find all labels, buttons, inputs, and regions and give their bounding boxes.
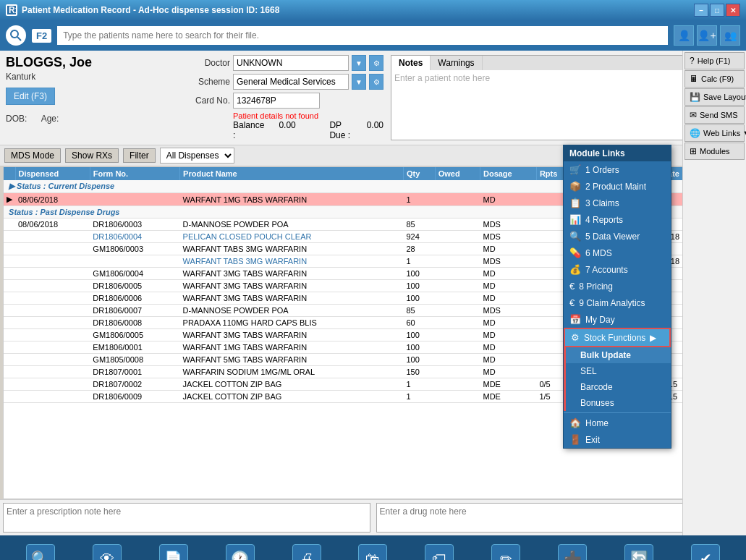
bulk-update-item[interactable]: Bulk Update: [566, 347, 671, 363]
module-claims[interactable]: 📋 3 Claims: [564, 195, 671, 211]
filter-btn[interactable]: Filter: [123, 148, 156, 163]
data-viewer-icon: 🔍: [569, 231, 581, 242]
accounts-label: 7 Accounts: [585, 265, 628, 275]
complete-icon: ✔: [691, 544, 720, 560]
module-exit[interactable]: 🚪 Exit: [564, 431, 671, 448]
label-icon: 🏷: [425, 544, 454, 560]
col-dispensed-cell: [15, 378, 90, 391]
doctor-input[interactable]: [233, 55, 349, 71]
doctor-settings-btn[interactable]: ⚙: [369, 55, 383, 71]
user-add-icon[interactable]: 👤+: [697, 25, 717, 46]
user-icon[interactable]: 👤: [674, 25, 694, 46]
col-productname-cell: WARFANT 3MG TABS WARFARIN: [180, 292, 404, 305]
header-icon-group: 👤 👤+ 👥: [674, 25, 740, 46]
col-owed-cell: [435, 305, 480, 317]
scheme-input[interactable]: [233, 74, 349, 90]
col-owed-cell: [435, 317, 480, 329]
show-rxs-btn[interactable]: Show RXs: [65, 148, 119, 163]
web-links-btn[interactable]: 🌐 Web Links ▼: [684, 124, 745, 142]
doctor-dropdown-btn[interactable]: ▼: [352, 55, 366, 71]
col-arrow-cell: [4, 280, 15, 292]
sel-item[interactable]: SEL: [566, 363, 671, 379]
col-qty: Qty: [404, 167, 436, 180]
new-script-btn[interactable]: ➕ New Script: [551, 544, 594, 560]
tab-notes[interactable]: Notes: [391, 56, 431, 70]
edit-patient-btn[interactable]: Edit (F3): [6, 88, 55, 105]
col-owed-cell: [435, 391, 480, 403]
exit-label: Exit: [585, 435, 600, 445]
label-btn[interactable]: 🏷 Label: [417, 544, 461, 560]
col-qty-cell: 100: [404, 341, 436, 354]
module-my-day[interactable]: 📅 My Day: [564, 311, 671, 328]
sms-icon: ✉: [690, 110, 697, 120]
help-btn[interactable]: ? Help (F1): [684, 52, 745, 69]
scheme-settings-btn[interactable]: ⚙: [369, 74, 383, 90]
col-formno-cell: DR1807/0002: [90, 378, 179, 391]
calc-btn[interactable]: 🖩 Calc (F9): [684, 70, 745, 88]
mds-mode-btn[interactable]: MDS Mode: [4, 148, 61, 163]
maximize-btn[interactable]: □: [710, 4, 724, 17]
web-icon: 🌐: [690, 128, 700, 138]
new-script-icon: ➕: [558, 544, 587, 560]
module-pricing[interactable]: € 8 Pricing: [564, 278, 671, 294]
col-qty-cell: 28: [404, 243, 436, 255]
search-btn[interactable]: 🔍 Search: [19, 544, 62, 560]
module-data-viewer[interactable]: 🔍 5 Data Viewer: [564, 228, 671, 245]
hist-btn[interactable]: 🕐 Hist 30/30: [219, 544, 262, 560]
module-mds[interactable]: 💊 6 MDS: [564, 245, 671, 261]
col-dosage-cell: MD: [480, 292, 536, 305]
view-scan-btn[interactable]: 📄 View Scan: [152, 544, 195, 560]
col-dispensed-cell: [15, 280, 90, 292]
col-dosage-cell: MDS: [480, 305, 536, 317]
minimize-btn[interactable]: –: [694, 4, 708, 17]
col-arrow-cell: [4, 341, 15, 354]
users-icon[interactable]: 👥: [720, 25, 740, 46]
module-stock-functions[interactable]: ⚙ Stock Functions ▶: [564, 328, 671, 347]
send-sms-btn[interactable]: ✉ Send SMS: [684, 106, 745, 124]
bag-btn[interactable]: 🛍 Bag: [351, 544, 394, 560]
bonuses-item[interactable]: Bonuses: [566, 395, 671, 411]
col-dosage-cell: MDS: [480, 255, 536, 268]
module-accounts[interactable]: 💰 7 Accounts: [564, 261, 671, 278]
view-btn[interactable]: 👁 View: [85, 544, 129, 560]
col-arrow-cell: [4, 354, 15, 366]
col-dosage-cell: MD: [480, 366, 536, 378]
module-product-maint[interactable]: 📦 2 Product Maint: [564, 178, 671, 195]
col-dosage-cell: MDE: [480, 378, 536, 391]
col-dispensed-cell: [15, 391, 90, 403]
col-formno-cell: GM1806/0004: [90, 268, 179, 280]
view-scan-icon: 📄: [159, 544, 188, 560]
module-claim-analytics[interactable]: € 9 Claim Analytics: [564, 294, 671, 311]
patient-location: Kanturk: [6, 72, 172, 82]
modules-btn[interactable]: ⊞ Modules: [684, 143, 745, 160]
dispense-filter-select[interactable]: All Dispenses: [160, 148, 234, 164]
notes-bottom: [0, 499, 746, 535]
patient-error: Patient details not found: [233, 111, 383, 120]
col-formno-cell: DR1806/0008: [90, 317, 179, 329]
col-arrow: [4, 167, 15, 180]
receipt-btn[interactable]: 🖨 Receipt: [285, 544, 329, 560]
repeat-btn[interactable]: 🔄 Repeat: [617, 544, 661, 560]
col-productname-cell: JACKEL COTTON ZIP BAG: [180, 378, 404, 391]
f2-badge: F2: [32, 29, 51, 43]
balance-value: 0.00: [279, 120, 295, 140]
col-qty-cell: 1: [404, 378, 436, 391]
col-dosage-cell: MD: [480, 243, 536, 255]
scheme-dropdown-btn[interactable]: ▼: [352, 74, 366, 90]
complete-btn[interactable]: ✔ Complete: [684, 544, 727, 560]
barcode-item[interactable]: Barcode: [566, 379, 671, 395]
bottom-toolbar: 🔍 Search 👁 View 📄 View Scan 🕐 Hist 30/30…: [0, 535, 746, 560]
prescription-note-input[interactable]: [3, 503, 370, 533]
col-dosage-cell: MD: [480, 317, 536, 329]
save-layout-btn[interactable]: 💾 Save Layout: [684, 88, 745, 106]
module-reports[interactable]: 📊 4 Reports: [564, 211, 671, 228]
module-orders[interactable]: 🛒 1 Orders: [564, 161, 671, 178]
patient-search-input[interactable]: [57, 26, 668, 45]
col-owed: Owed: [435, 167, 480, 180]
module-home[interactable]: 🏠 Home: [564, 415, 671, 431]
close-btn[interactable]: ✕: [726, 4, 740, 17]
edit-btn-bar[interactable]: ✏ Edit: [484, 544, 527, 560]
pricing-label: 8 Pricing: [579, 281, 613, 292]
tab-warnings[interactable]: Warnings: [431, 56, 482, 70]
cardno-input[interactable]: [233, 93, 320, 109]
